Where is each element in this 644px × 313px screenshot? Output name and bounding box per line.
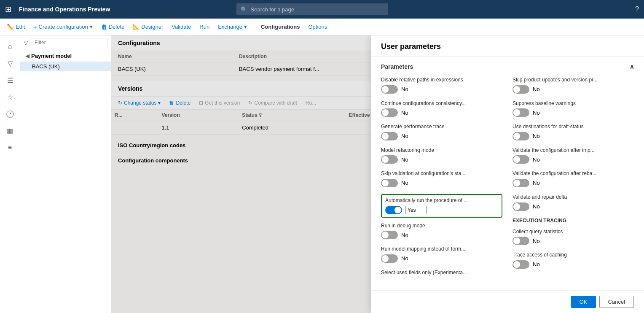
sidebar-toolbar: ▽ — [20, 35, 111, 50]
toggle-validate-repair[interactable] — [513, 202, 529, 211]
command-bar: ✏️ Edit + Create configuration ▾ 🗑 Delet… — [0, 19, 644, 35]
toggle-use-destinations[interactable] — [513, 132, 529, 140]
create-config-button[interactable]: + Create configuration ▾ — [30, 22, 96, 32]
toggle-skip-validation[interactable] — [381, 179, 398, 187]
search-input[interactable] — [251, 6, 384, 13]
panel-body: Parameters ∧ Disable relative paths in e… — [371, 57, 644, 290]
nav-hamburger-icon[interactable]: ☰ — [3, 73, 18, 88]
toggle-skip-product[interactable] — [513, 85, 529, 94]
param-auto-run: Automatically run the procedure of ... — [381, 194, 502, 218]
toggle-model-refactoring[interactable] — [381, 155, 398, 164]
param-run-debug: Run in debug mode No — [381, 223, 502, 240]
toggle-run-debug[interactable] — [381, 231, 398, 239]
edit-icon: ✏️ — [7, 24, 14, 30]
ok-button[interactable]: OK — [571, 296, 596, 308]
param-generate-perf: Generate performance trace No — [381, 124, 502, 140]
help-icon[interactable]: ? — [635, 5, 639, 13]
waffle-icon[interactable]: ⊞ — [5, 5, 11, 14]
search-bar: 🔍 — [236, 3, 388, 15]
panel-footer: OK Cancel — [371, 290, 644, 313]
delete-button[interactable]: 🗑 Delete — [98, 22, 128, 32]
toggle-collect-query[interactable] — [513, 237, 529, 245]
options-button[interactable]: Options — [305, 22, 330, 32]
param-skip-product: Skip product updates and version pr... N… — [513, 77, 634, 94]
sidebar-tree-child-bacs-uk[interactable]: BACS (UK) — [20, 62, 111, 71]
user-parameters-panel: User parameters Parameters ∧ Disable rel… — [371, 35, 644, 313]
top-bar: ⊞ Finance and Operations Preview 🔍 ? — [0, 0, 644, 19]
toggle-run-model-mapping[interactable] — [381, 254, 398, 263]
param-skip-validation: Skip validation at configuration's sta..… — [381, 170, 502, 187]
params-left-col: Disable relative paths in expressions No — [381, 77, 502, 284]
param-trace-access: Trace access of caching No — [513, 252, 634, 269]
delete-icon: 🗑 — [101, 24, 107, 30]
designer-button[interactable]: 📐 Designer — [129, 22, 166, 32]
toggle-generate-perf[interactable] — [381, 132, 398, 140]
exec-tracing-header: EXECUTION TRACING — [513, 218, 634, 224]
cancel-button[interactable]: Cancel — [599, 296, 634, 308]
param-suppress-baseline: Suppress baseline warnings No — [513, 100, 634, 117]
chevron-down-icon: ▾ — [90, 24, 93, 30]
panel-header: User parameters — [371, 35, 644, 57]
search-icon: 🔍 — [241, 6, 247, 13]
param-run-model-mapping: Run model mapping instead of form... No — [381, 246, 502, 263]
nav-list-icon[interactable]: ≡ — [3, 140, 18, 155]
params-right-col: Skip product updates and version pr... N… — [513, 77, 634, 284]
exchange-button[interactable]: Exchange ▾ — [215, 22, 250, 32]
param-continue-consistency: Continue configurations consistency... N… — [381, 100, 502, 117]
chevron-down-icon: ▾ — [244, 24, 247, 30]
toggle-auto-run[interactable] — [385, 206, 402, 214]
param-use-destinations: Use destinations for draft status No — [513, 124, 634, 140]
separator — [254, 23, 254, 31]
configurations-tab-button[interactable]: Configurations — [258, 22, 303, 32]
left-nav: ⌂ ▽ ☰ ☆ 🕐 ▦ ≡ — [0, 35, 20, 313]
edit-button[interactable]: ✏️ Edit — [3, 22, 28, 32]
collapse-icon[interactable]: ∧ — [630, 63, 634, 70]
nav-star-icon[interactable]: ☆ — [3, 89, 18, 105]
run-button[interactable]: Run — [196, 22, 213, 32]
toggle-validate-after-imp[interactable] — [513, 155, 529, 164]
sidebar-filter-icon[interactable]: ▽ — [24, 39, 28, 46]
add-icon: + — [33, 24, 37, 30]
param-validate-after-reba: Validate the configuration after reba...… — [513, 170, 634, 187]
toggle-continue-consistency[interactable] — [381, 108, 398, 117]
nav-calendar-icon[interactable]: ▦ — [3, 123, 18, 138]
param-model-refactoring: Model refactoring mode No — [381, 147, 502, 164]
nav-history-icon[interactable]: 🕐 — [3, 106, 18, 121]
designer-icon: 📐 — [133, 24, 140, 30]
params-label: Parameters — [381, 63, 413, 70]
main-layout: ⌂ ▽ ☰ ☆ 🕐 ▦ ≡ ▽ ◀ Payment model BACS (UK… — [0, 35, 644, 313]
panel-title: User parameters — [381, 42, 441, 51]
params-section-header: Parameters ∧ — [381, 63, 634, 70]
param-disable-relative: Disable relative paths in expressions No — [381, 77, 502, 94]
sidebar: ▽ ◀ Payment model BACS (UK) — [20, 35, 111, 313]
content-area: Configurations Name Description Country/… — [111, 35, 644, 313]
app-title: Finance and Operations Preview — [19, 6, 110, 13]
param-validate-after-imp: Validate the configuration after imp... … — [513, 147, 634, 164]
validate-button[interactable]: Validate — [168, 22, 194, 32]
filter-input[interactable] — [32, 38, 107, 47]
nav-home-icon[interactable]: ⌂ — [3, 39, 18, 54]
sidebar-tree-root[interactable]: ◀ Payment model — [20, 50, 111, 62]
toggle-trace-access[interactable] — [513, 260, 529, 269]
param-collect-query: Collect query statistics No — [513, 229, 634, 246]
auto-run-value-input[interactable] — [405, 206, 427, 214]
params-grid: Disable relative paths in expressions No — [381, 77, 634, 284]
param-select-used-fields: Select used fields only (Experimenta... — [381, 270, 502, 278]
param-validate-repair: Validate and repair delta No — [513, 194, 634, 211]
chevron-icon: ◀ — [25, 53, 30, 59]
toggle-disable-relative[interactable] — [381, 85, 398, 94]
nav-filter-icon[interactable]: ▽ — [3, 56, 18, 71]
toggle-suppress-baseline[interactable] — [513, 108, 529, 117]
toggle-validate-after-reba[interactable] — [513, 179, 529, 187]
